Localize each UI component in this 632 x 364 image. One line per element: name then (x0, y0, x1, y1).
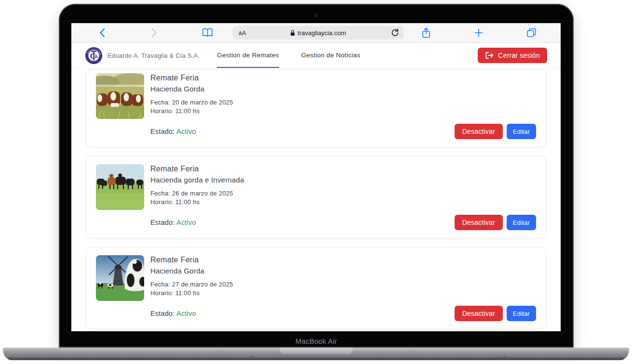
remate-title: Remate Feria (150, 165, 244, 173)
desactivar-button[interactable]: Desactivar (455, 215, 503, 230)
safari-toolbar: AA travagliaycia.com (71, 23, 561, 43)
editar-button[interactable]: Editar (507, 215, 536, 230)
remate-card: Remate Feria Hacienda gorda e Invernada … (86, 156, 546, 238)
remate-photo-black-brown-cattle (96, 164, 144, 210)
forward-chevron-icon (151, 28, 158, 38)
remate-card: Remate Feria Hacienda Gorda Fecha: 27 de… (86, 247, 546, 329)
tab-gestion-de-noticias[interactable]: Gestion de Noticias (301, 43, 361, 68)
card-bottom: Estado: Activo Desactivar Editar (96, 306, 536, 321)
remate-photo-hereford-cattle (96, 73, 144, 119)
estado-line: Estado: Activo (150, 310, 196, 317)
card-actions: Desactivar Editar (455, 215, 536, 230)
remate-subtitle: Hacienda Gorda (150, 85, 233, 93)
card-info: Remate Feria Hacienda gorda e Invernada … (150, 164, 244, 210)
estado-value: Activo (176, 310, 196, 317)
plus-icon (474, 28, 483, 37)
black-brown-cattle-image (96, 164, 144, 210)
url-text: travagliaycia.com (297, 29, 346, 37)
remate-title: Remate Feria (150, 74, 233, 82)
editar-button[interactable]: Editar (507, 306, 536, 321)
remate-title: Remate Feria (150, 256, 233, 264)
remates-list: Remate Feria Hacienda Gorda Fecha: 20 de… (71, 68, 561, 331)
tabs-icon (526, 28, 537, 38)
share-button[interactable] (422, 23, 430, 42)
macbook-base (3, 348, 629, 360)
card-top: Remate Feria Hacienda Gorda Fecha: 20 de… (96, 73, 536, 119)
address-bar[interactable]: AA travagliaycia.com (232, 26, 404, 39)
macbook-base-edge (8, 358, 624, 360)
site-header: SEGURIDAD DE SIEMPRE C & Eduardo A. Trav… (71, 43, 561, 68)
url-display[interactable]: travagliaycia.com (232, 29, 404, 37)
company-name: Eduardo A. Travaglia & Cía S.A. (108, 52, 200, 59)
remate-horario: Horario: 11:00 hs (150, 289, 233, 298)
estado-label: Estado: (150, 310, 175, 317)
card-bottom: Estado: Activo Desactivar Editar (96, 124, 536, 139)
desactivar-button[interactable]: Desactivar (455, 124, 503, 139)
card-top: Remate Feria Hacienda Gorda Fecha: 27 de… (96, 255, 536, 301)
logout-label: Cerrar sesión (498, 52, 540, 59)
remate-fecha: Fecha: 20 de marzo de 2025 (150, 98, 233, 107)
logout-icon (485, 52, 494, 59)
tab-gestion-de-remates[interactable]: Gestion de Remates (217, 43, 279, 68)
remate-horario: Horario: 11:00 hs (150, 198, 244, 207)
reload-icon[interactable] (391, 28, 399, 37)
hereford-cattle-image (96, 73, 144, 119)
card-info: Remate Feria Hacienda Gorda Fecha: 20 de… (150, 73, 233, 119)
remate-card: Remate Feria Hacienda Gorda Fecha: 20 de… (86, 69, 546, 147)
estado-label: Estado: (150, 128, 175, 135)
estado-value: Activo (176, 219, 196, 226)
forward-button[interactable] (151, 23, 158, 42)
windmill-holstein-cows-image (96, 255, 144, 301)
estado-label: Estado: (150, 219, 175, 226)
company-logo-icon: SEGURIDAD DE SIEMPRE C & (85, 47, 103, 65)
macbook-bezel: AA travagliaycia.com (59, 4, 574, 348)
desactivar-button[interactable]: Desactivar (455, 306, 503, 321)
bookmarks-button[interactable] (202, 23, 213, 42)
card-actions: Desactivar Editar (455, 306, 536, 321)
remate-photo-windmill-cows (96, 255, 144, 301)
base-foot-dot (503, 356, 506, 357)
macbook-lid-notch (280, 348, 353, 354)
back-button[interactable] (99, 23, 106, 42)
estado-value: Activo (176, 128, 196, 135)
share-icon (422, 27, 430, 39)
remate-subtitle: Hacienda Gorda (150, 267, 233, 275)
remate-horario: Horario: 11:00 hs (150, 107, 233, 116)
base-foot-dot (251, 356, 253, 357)
browser-screen: AA travagliaycia.com (71, 23, 561, 331)
lock-icon (290, 30, 295, 36)
card-bottom: Estado: Activo Desactivar Editar (96, 215, 536, 230)
back-chevron-icon (99, 28, 106, 38)
remate-subtitle: Hacienda gorda e Invernada (150, 176, 244, 184)
svg-text:&: & (94, 53, 98, 58)
main-nav: Gestion de Remates Gestion de Noticias (217, 43, 360, 68)
logout-button[interactable]: Cerrar sesión (478, 48, 547, 63)
new-tab-button[interactable] (474, 23, 483, 42)
card-top: Remate Feria Hacienda gorda e Invernada … (96, 164, 536, 210)
macbook-air-label: MacBook Air (59, 337, 574, 345)
card-info: Remate Feria Hacienda Gorda Fecha: 27 de… (150, 255, 233, 301)
estado-line: Estado: Activo (150, 219, 196, 226)
tab-overview-button[interactable] (526, 23, 537, 42)
open-book-icon (202, 28, 213, 38)
editar-button[interactable]: Editar (507, 124, 536, 139)
remate-fecha: Fecha: 26 de marzo de 2025 (150, 189, 244, 198)
remate-fecha: Fecha: 27 de marzo de 2025 (150, 280, 233, 289)
card-actions: Desactivar Editar (455, 124, 536, 139)
webcam-dot (315, 13, 318, 17)
estado-line: Estado: Activo (150, 128, 196, 135)
